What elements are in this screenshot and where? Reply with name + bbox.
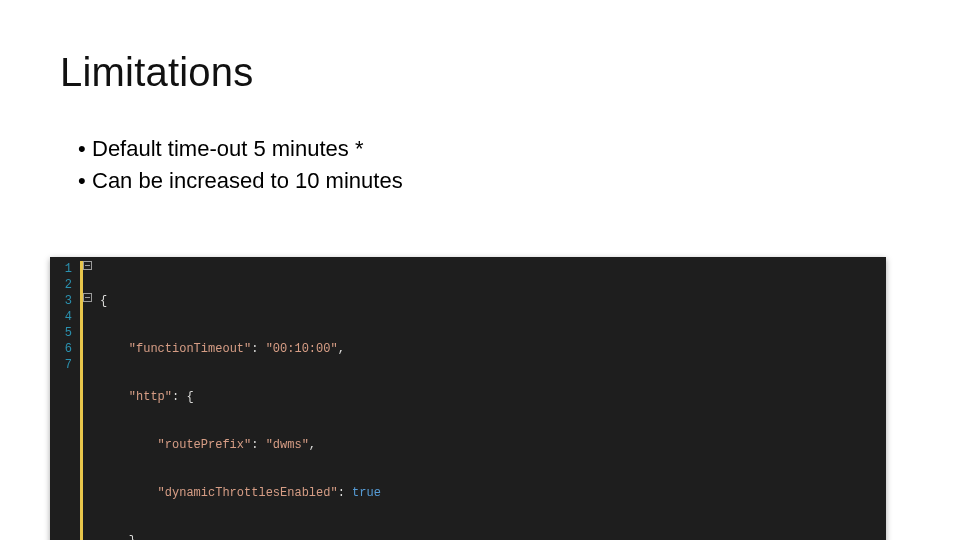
- line-number: 5: [58, 325, 72, 341]
- line-number: 3: [58, 293, 72, 309]
- fold-gutter: [80, 257, 94, 540]
- bullet-dot-icon: •: [78, 138, 92, 160]
- code-line: "http": {: [100, 389, 886, 405]
- code-line: "dynamicThrottlesEnabled": true: [100, 485, 886, 501]
- change-marker: [80, 261, 83, 540]
- line-number: 7: [58, 357, 72, 373]
- slide-title: Limitations: [60, 50, 900, 95]
- bullet-item: • Default time-out 5 minutes *: [78, 133, 900, 165]
- line-number: 1: [58, 261, 72, 277]
- code-line: {: [100, 293, 886, 309]
- code-line: }: [100, 533, 886, 540]
- code-line: "routePrefix": "dwms",: [100, 437, 886, 453]
- bullet-dot-icon: •: [78, 170, 92, 192]
- code-content: { "functionTimeout": "00:10:00", "http":…: [94, 257, 886, 540]
- bullet-text: Default time-out 5 minutes *: [92, 133, 900, 165]
- line-number: 2: [58, 277, 72, 293]
- code-editor: 1 2 3 4 5 6 7 { "functionTimeout": "00:1…: [50, 257, 886, 540]
- bullet-list: • Default time-out 5 minutes * • Can be …: [60, 133, 900, 197]
- line-number-gutter: 1 2 3 4 5 6 7: [50, 257, 80, 540]
- slide: Limitations • Default time-out 5 minutes…: [0, 0, 960, 540]
- fold-toggle-icon[interactable]: [83, 261, 92, 270]
- fold-toggle-icon[interactable]: [83, 293, 92, 302]
- line-number: 4: [58, 309, 72, 325]
- bullet-text: Can be increased to 10 minutes: [92, 165, 900, 197]
- line-number: 6: [58, 341, 72, 357]
- code-line: "functionTimeout": "00:10:00",: [100, 341, 886, 357]
- bullet-item: • Can be increased to 10 minutes: [78, 165, 900, 197]
